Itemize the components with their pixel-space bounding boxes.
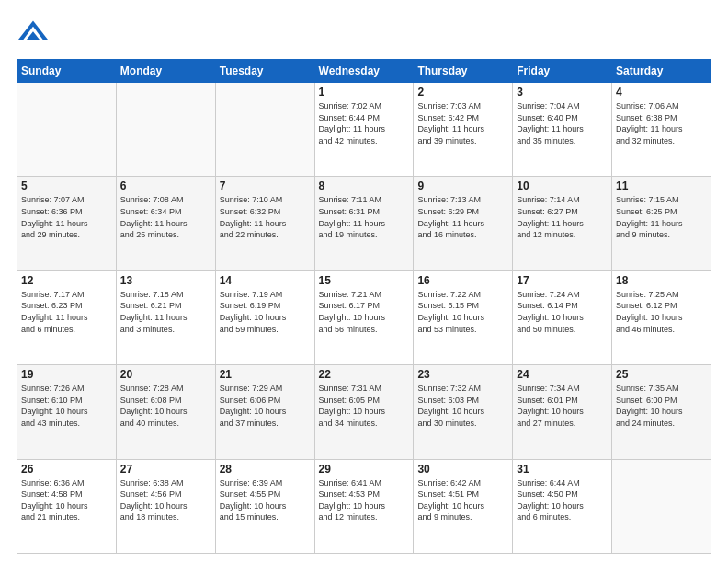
calendar-day-3: 3Sunrise: 7:04 AM Sunset: 6:40 PM Daylig… (513, 83, 612, 177)
calendar-day-10: 10Sunrise: 7:14 AM Sunset: 6:27 PM Dayli… (513, 177, 612, 270)
logo (17, 17, 53, 50)
day-number: 21 (220, 368, 311, 381)
day-header-saturday: Saturday (612, 60, 711, 83)
calendar-day-empty (215, 83, 314, 177)
day-info: Sunrise: 7:10 AM Sunset: 6:32 PM Dayligh… (220, 194, 311, 240)
calendar-day-17: 17Sunrise: 7:24 AM Sunset: 6:14 PM Dayli… (513, 270, 612, 364)
day-number: 6 (120, 179, 211, 192)
calendar-day-13: 13Sunrise: 7:18 AM Sunset: 6:21 PM Dayli… (116, 270, 215, 364)
day-info: Sunrise: 6:36 AM Sunset: 4:58 PM Dayligh… (21, 477, 112, 523)
day-number: 30 (417, 463, 508, 476)
day-number: 12 (21, 274, 112, 287)
calendar-week-row: 19Sunrise: 7:26 AM Sunset: 6:10 PM Dayli… (17, 365, 711, 459)
calendar-day-5: 5Sunrise: 7:07 AM Sunset: 6:36 PM Daylig… (17, 177, 117, 270)
day-number: 13 (120, 274, 211, 287)
calendar-day-18: 18Sunrise: 7:25 AM Sunset: 6:12 PM Dayli… (612, 270, 711, 364)
calendar-day-8: 8Sunrise: 7:11 AM Sunset: 6:31 PM Daylig… (314, 177, 414, 270)
day-number: 29 (319, 463, 410, 476)
day-info: Sunrise: 7:15 AM Sunset: 6:25 PM Dayligh… (616, 194, 707, 240)
day-number: 16 (417, 274, 508, 287)
day-info: Sunrise: 7:11 AM Sunset: 6:31 PM Dayligh… (319, 194, 410, 240)
day-number: 7 (220, 179, 311, 192)
day-number: 11 (616, 179, 707, 192)
header (17, 17, 711, 50)
day-info: Sunrise: 6:44 AM Sunset: 4:50 PM Dayligh… (517, 477, 608, 523)
calendar-week-row: 12Sunrise: 7:17 AM Sunset: 6:23 PM Dayli… (17, 270, 711, 364)
calendar-day-7: 7Sunrise: 7:10 AM Sunset: 6:32 PM Daylig… (215, 177, 314, 270)
day-number: 31 (517, 463, 608, 476)
calendar-day-20: 20Sunrise: 7:28 AM Sunset: 6:08 PM Dayli… (116, 365, 215, 459)
calendar-day-24: 24Sunrise: 7:34 AM Sunset: 6:01 PM Dayli… (513, 365, 612, 459)
calendar-day-21: 21Sunrise: 7:29 AM Sunset: 6:06 PM Dayli… (215, 365, 314, 459)
day-info: Sunrise: 7:14 AM Sunset: 6:27 PM Dayligh… (517, 194, 608, 240)
calendar-day-26: 26Sunrise: 6:36 AM Sunset: 4:58 PM Dayli… (17, 459, 117, 553)
day-number: 5 (21, 179, 112, 192)
day-info: Sunrise: 7:29 AM Sunset: 6:06 PM Dayligh… (220, 383, 311, 429)
day-number: 28 (220, 463, 311, 476)
day-info: Sunrise: 7:19 AM Sunset: 6:19 PM Dayligh… (220, 289, 311, 335)
day-header-thursday: Thursday (414, 60, 513, 83)
day-number: 22 (319, 368, 410, 381)
day-info: Sunrise: 7:25 AM Sunset: 6:12 PM Dayligh… (616, 289, 707, 335)
day-info: Sunrise: 7:34 AM Sunset: 6:01 PM Dayligh… (517, 383, 608, 429)
calendar-day-22: 22Sunrise: 7:31 AM Sunset: 6:05 PM Dayli… (314, 365, 414, 459)
calendar-week-row: 5Sunrise: 7:07 AM Sunset: 6:36 PM Daylig… (17, 177, 711, 270)
day-info: Sunrise: 7:08 AM Sunset: 6:34 PM Dayligh… (120, 194, 211, 240)
calendar-day-15: 15Sunrise: 7:21 AM Sunset: 6:17 PM Dayli… (314, 270, 414, 364)
day-number: 17 (517, 274, 608, 287)
day-number: 2 (417, 86, 508, 98)
calendar-day-25: 25Sunrise: 7:35 AM Sunset: 6:00 PM Dayli… (612, 365, 711, 459)
calendar-day-11: 11Sunrise: 7:15 AM Sunset: 6:25 PM Dayli… (612, 177, 711, 270)
calendar-day-4: 4Sunrise: 7:06 AM Sunset: 6:38 PM Daylig… (612, 83, 711, 177)
page: SundayMondayTuesdayWednesdayThursdayFrid… (0, 0, 728, 563)
day-number: 25 (616, 368, 707, 381)
day-info: Sunrise: 7:31 AM Sunset: 6:05 PM Dayligh… (319, 383, 410, 429)
calendar-week-row: 26Sunrise: 6:36 AM Sunset: 4:58 PM Dayli… (17, 459, 711, 553)
day-header-monday: Monday (116, 60, 215, 83)
day-number: 24 (517, 368, 608, 381)
calendar-day-empty (17, 83, 117, 177)
day-number: 14 (220, 274, 311, 287)
calendar-day-12: 12Sunrise: 7:17 AM Sunset: 6:23 PM Dayli… (17, 270, 117, 364)
calendar-day-2: 2Sunrise: 7:03 AM Sunset: 6:42 PM Daylig… (414, 83, 513, 177)
calendar-day-27: 27Sunrise: 6:38 AM Sunset: 4:56 PM Dayli… (116, 459, 215, 553)
day-info: Sunrise: 7:24 AM Sunset: 6:14 PM Dayligh… (517, 289, 608, 335)
day-header-friday: Friday (513, 60, 612, 83)
day-info: Sunrise: 7:03 AM Sunset: 6:42 PM Dayligh… (417, 100, 508, 146)
day-number: 15 (319, 274, 410, 287)
calendar-table: SundayMondayTuesdayWednesdayThursdayFrid… (17, 59, 711, 554)
day-number: 23 (417, 368, 508, 381)
logo-icon (17, 17, 50, 50)
day-info: Sunrise: 6:39 AM Sunset: 4:55 PM Dayligh… (220, 477, 311, 523)
day-info: Sunrise: 7:22 AM Sunset: 6:15 PM Dayligh… (417, 289, 508, 335)
day-info: Sunrise: 7:28 AM Sunset: 6:08 PM Dayligh… (120, 383, 211, 429)
calendar-day-16: 16Sunrise: 7:22 AM Sunset: 6:15 PM Dayli… (414, 270, 513, 364)
day-number: 1 (319, 86, 410, 98)
day-info: Sunrise: 6:38 AM Sunset: 4:56 PM Dayligh… (120, 477, 211, 523)
day-header-wednesday: Wednesday (314, 60, 414, 83)
day-info: Sunrise: 6:41 AM Sunset: 4:53 PM Dayligh… (319, 477, 410, 523)
day-number: 26 (21, 463, 112, 476)
calendar-day-empty (116, 83, 215, 177)
day-info: Sunrise: 7:07 AM Sunset: 6:36 PM Dayligh… (21, 194, 112, 240)
day-info: Sunrise: 6:42 AM Sunset: 4:51 PM Dayligh… (417, 477, 508, 523)
day-number: 8 (319, 179, 410, 192)
day-number: 4 (616, 86, 707, 98)
day-number: 27 (120, 463, 211, 476)
calendar-day-29: 29Sunrise: 6:41 AM Sunset: 4:53 PM Dayli… (314, 459, 414, 553)
day-info: Sunrise: 7:18 AM Sunset: 6:21 PM Dayligh… (120, 289, 211, 335)
calendar-week-row: 1Sunrise: 7:02 AM Sunset: 6:44 PM Daylig… (17, 83, 711, 177)
day-number: 9 (417, 179, 508, 192)
calendar-day-1: 1Sunrise: 7:02 AM Sunset: 6:44 PM Daylig… (314, 83, 414, 177)
day-info: Sunrise: 7:06 AM Sunset: 6:38 PM Dayligh… (616, 100, 707, 146)
calendar-day-23: 23Sunrise: 7:32 AM Sunset: 6:03 PM Dayli… (414, 365, 513, 459)
day-number: 10 (517, 179, 608, 192)
calendar-day-31: 31Sunrise: 6:44 AM Sunset: 4:50 PM Dayli… (513, 459, 612, 553)
day-info: Sunrise: 7:04 AM Sunset: 6:40 PM Dayligh… (517, 100, 608, 146)
calendar-day-empty (612, 459, 711, 553)
day-number: 18 (616, 274, 707, 287)
day-info: Sunrise: 7:26 AM Sunset: 6:10 PM Dayligh… (21, 383, 112, 429)
day-number: 19 (21, 368, 112, 381)
calendar-day-14: 14Sunrise: 7:19 AM Sunset: 6:19 PM Dayli… (215, 270, 314, 364)
calendar-day-28: 28Sunrise: 6:39 AM Sunset: 4:55 PM Dayli… (215, 459, 314, 553)
